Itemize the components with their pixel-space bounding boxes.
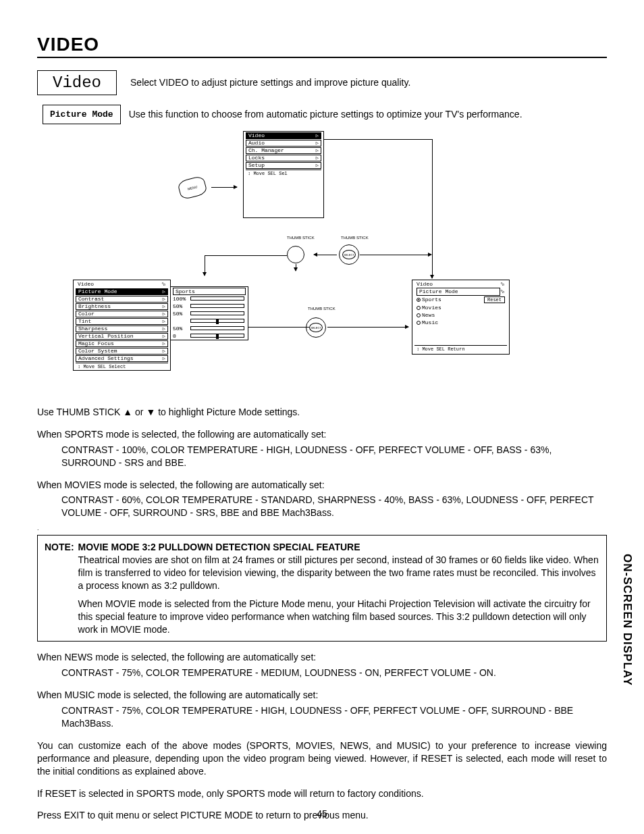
connector-line [324,139,432,140]
menu-item-label: Ch. Manager [248,147,284,154]
osd-item: Color System▷ [76,348,168,355]
value-row: 100% [173,295,246,302]
osd-item: Ch. Manager▷ [246,147,321,154]
arrow-right-icon [360,255,431,255]
option-label: Movies [422,305,441,311]
value-row: 50% [173,303,246,309]
note-label: NOTE: [45,541,74,635]
connector-line [432,139,433,255]
menu-item-label: Setup [248,162,265,169]
osd-item: Video▷ [246,132,321,139]
reset-note: If RESET is selected in SPORTS mode, onl… [37,787,607,800]
value-label: 50% [173,325,188,332]
select-button-icon: SELECT [339,244,359,265]
osd-video-menu: Video⬂ Picture Mode▷ Contrast▷ Brightnes… [73,280,171,371]
menu-item-label: Advanced Settings [78,355,134,362]
thumbstick-label: THUMB STICK [308,307,336,311]
section-side-label: ON-SCREEN DISPLAY [620,554,634,686]
value-label: 0 [173,333,188,339]
osd-main-menu: Video▷ Audio▷ Ch. Manager▷ Locks▷ Setup▷… [243,131,324,218]
value-row [173,317,246,324]
menu-item-label: Brightness [78,303,111,310]
option-row: Sports Reset [417,296,505,303]
mode-heading: When NEWS mode is selected, the followin… [37,651,607,664]
video-description: Select VIDEO to adjust picture settings … [130,76,410,90]
value-row: 0 [173,332,246,339]
menu-item-label: Color System [78,348,117,355]
osd-item: Magic Focus▷ [76,340,168,347]
reset-button: Reset [484,296,505,303]
customize-text: You can customize each of the above mode… [37,739,607,778]
osd-item: Tint▷ [76,318,168,325]
picture-mode-label-box: Picture Mode [43,105,121,124]
connector-line [205,255,287,256]
osd-item: Picture Mode▷ [76,288,168,295]
select-label: SELECT [309,323,323,332]
connector-line [248,327,309,328]
picture-mode-description: Use this function to choose from automat… [129,108,522,122]
mode-settings: CONTRAST - 75%, COLOR TEMPERATURE - MEDI… [37,667,607,679]
value-label: 50% [173,303,188,309]
note-paragraph: Theatrical movies are shot on film at 24… [78,554,599,592]
option-row: News [417,312,505,318]
mode-settings: CONTRAST - 75%, COLOR TEMPERATURE - HIGH… [37,704,607,730]
menu-item-label: Vertical Position [78,333,134,340]
option-label: News [422,312,435,318]
value-label: 50% [173,311,188,317]
remote-menu-icon: MENU [177,175,208,200]
arrow-left-icon [314,255,337,255]
select-label: SELECT [342,250,356,259]
option-label: Music [422,319,438,325]
osd-item: Audio▷ [246,140,321,147]
menu-item-label: Color [78,311,95,317]
thumbstick-label: THUMB STICK [287,236,315,240]
menu-item-label: Contrast [78,296,104,303]
osd-title: Video⬂ [76,281,168,288]
osd-footer: ↕ Move SEL Sel [246,170,321,176]
arrow-down-icon [432,255,433,278]
menu-item-label: Picture Mode [78,288,117,295]
osd-item: Advanced Settings▷ [76,355,168,362]
value-label: 100% [173,296,188,302]
instruction-text: Use THUMB STICK ▲ or ▼ to highlight Pict… [37,406,607,419]
menu-item-label: Audio [248,140,265,147]
osd-title-text: Video [417,281,433,288]
value-label: Sports [173,288,246,295]
osd-item: Color▷ [76,311,168,317]
arrow-icon [211,187,237,188]
osd-item: Locks▷ [246,155,321,161]
thumbstick-icon [287,246,304,263]
osd-footer: ↕ Move SEL Select [76,363,168,369]
value-row: Sports [173,288,246,294]
note-title: MOVIE MODE 3:2 PULLDOWN DETECTION SPECIA… [78,541,599,554]
osd-subtitle-text: Picture Mode [417,288,500,296]
osd-item: Setup▷ [246,162,321,169]
osd-item: Sharpness▷ [76,325,168,332]
note-box: NOTE: MOVIE MODE 3:2 PULLDOWN DETECTION … [37,535,607,642]
menu-item-label: Locks [248,155,265,161]
option-row: Movies [417,305,505,311]
osd-title-text: Video [78,281,94,288]
osd-subtitle: Picture Mode⬂ [414,288,507,295]
page-number: 45 [0,808,644,819]
page-title: VIDEO [37,34,607,58]
value-row: 50% [173,325,246,332]
osd-footer: ↕ Move SEL Return [414,345,507,352]
menu-flow-diagram: MENU Video▷ Audio▷ Ch. Manager▷ Locks▷ S… [37,131,607,398]
video-label-box: Video [37,70,117,95]
osd-picture-mode-submenu: Video⬂ Picture Mode⬂ Sports Reset Movies… [412,280,510,355]
osd-item: Vertical Position▷ [76,333,168,340]
decorative-dot: . [37,525,39,531]
mode-heading: When MOVIES mode is selected, the follow… [37,479,607,492]
value-row: 50% [173,310,246,317]
option-label: Sports [422,296,441,303]
option-row: Music [417,319,505,325]
osd-values-panel: Sports 100% 50% 50% 50% 0 [171,286,248,340]
arrow-right-icon [327,327,408,328]
osd-title: Video⬂ [414,281,507,288]
select-button-icon: SELECT [306,317,326,338]
menu-item-label: Tint [78,318,91,325]
osd-item: Contrast▷ [76,296,168,303]
mode-settings: CONTRAST - 100%, COLOR TEMPERATURE - HIG… [37,444,607,469]
thumbstick-label: THUMB STICK [341,236,369,240]
